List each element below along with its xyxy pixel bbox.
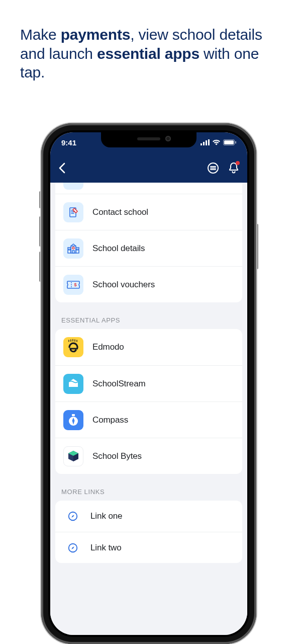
phone-side-button — [256, 224, 258, 269]
svg-rect-6 — [235, 141, 236, 143]
essential-apps-card: Edmodo SchoolStream Compass — [55, 329, 242, 474]
edmodo-icon — [63, 337, 83, 357]
wifi-icon — [212, 138, 221, 147]
list-item-edmodo[interactable]: Edmodo — [55, 329, 242, 365]
svg-rect-5 — [224, 140, 234, 144]
section-header-essential-apps: ESSENTIAL APPS — [61, 316, 236, 324]
marketing-headline: Make payments, view school details and l… — [20, 25, 277, 82]
svg-rect-15 — [72, 251, 74, 253]
list-item-label: Edmodo — [92, 342, 124, 352]
link-compass-icon — [65, 509, 80, 524]
school-actions-card: Contact school School details $ School v… — [55, 183, 242, 302]
list-item-link-two[interactable]: Link two — [55, 532, 242, 563]
list-item-compass[interactable]: Compass — [55, 401, 242, 438]
list-item-label: Compass — [92, 415, 128, 425]
svg-rect-0 — [201, 143, 202, 145]
status-time: 9:41 — [61, 138, 76, 147]
svg-point-14 — [72, 247, 74, 249]
list-item-icon — [63, 183, 83, 190]
phone-frame: 9:41 — [41, 123, 256, 644]
list-item-label: School vouchers — [92, 280, 155, 290]
svg-rect-16 — [69, 249, 70, 250]
list-item-school-details[interactable]: School details — [55, 230, 242, 266]
link-compass-icon — [65, 540, 80, 555]
scroll-content[interactable]: Contact school School details $ School v… — [50, 183, 247, 635]
svg-rect-2 — [206, 140, 207, 145]
phone-screen: 9:41 — [50, 132, 247, 635]
list-item-label: Link two — [90, 543, 122, 553]
more-links-card: Link one Link two — [55, 501, 242, 563]
signal-icon — [201, 138, 210, 147]
battery-icon — [223, 138, 236, 147]
contact-icon — [63, 202, 83, 222]
list-item-label: School details — [92, 244, 145, 254]
section-header-more-links: MORE LINKS — [61, 488, 236, 496]
svg-rect-24 — [72, 414, 75, 416]
list-item-schoolstream[interactable]: SchoolStream — [55, 365, 242, 401]
svg-text:$: $ — [74, 282, 76, 287]
notification-dot-icon — [236, 161, 240, 165]
list-item-label: Contact school — [92, 207, 148, 217]
list-item-contact-school[interactable]: Contact school — [55, 194, 242, 230]
back-button[interactable] — [58, 163, 65, 174]
voucher-icon: $ — [63, 275, 83, 295]
list-item-school-vouchers[interactable]: $ School vouchers — [55, 266, 242, 302]
menu-icon[interactable] — [207, 162, 219, 174]
schoolstream-icon — [63, 374, 83, 394]
list-item-link-one[interactable]: Link one — [55, 501, 242, 532]
svg-rect-1 — [203, 142, 205, 145]
compass-icon — [63, 410, 83, 430]
school-icon — [63, 238, 83, 259]
list-item-label: SchoolStream — [92, 379, 146, 389]
schoolbytes-icon — [63, 446, 83, 466]
list-item-label: School Bytes — [92, 451, 142, 461]
svg-rect-17 — [77, 249, 78, 250]
svg-rect-3 — [208, 139, 210, 145]
notifications-button[interactable] — [228, 162, 239, 174]
phone-notch — [101, 132, 196, 147]
list-item[interactable] — [55, 183, 242, 194]
list-item-label: Link one — [90, 511, 122, 521]
list-item-school-bytes[interactable]: School Bytes — [55, 438, 242, 474]
